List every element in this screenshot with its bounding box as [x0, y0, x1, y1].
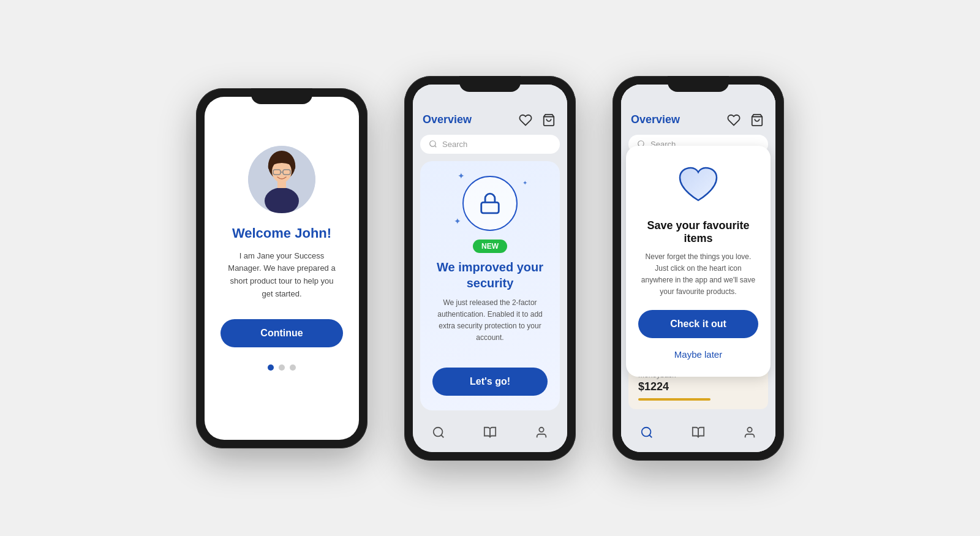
nav-search-icon-2[interactable] — [429, 423, 448, 442]
app-title-2: Overview — [423, 113, 472, 126]
security-description: We just released the 2-factor authentica… — [432, 297, 548, 344]
search-bar-2[interactable]: Search — [420, 135, 560, 154]
svg-point-20 — [747, 427, 752, 431]
new-badge: NEW — [473, 240, 507, 253]
svg-rect-11 — [481, 202, 499, 213]
lock-icon-container: ✦ ✦ ✦ — [462, 176, 518, 231]
nav-book-icon-2[interactable] — [480, 423, 500, 442]
bag-icon-3[interactable] — [748, 111, 766, 129]
header-icons-2 — [517, 111, 557, 129]
bottom-nav-3 — [621, 415, 775, 452]
security-screen: Overview — [413, 85, 567, 452]
lock-circle — [462, 176, 518, 231]
check-it-out-button[interactable]: Check it out — [638, 310, 758, 338]
app-header-2: Overview — [413, 85, 567, 135]
app-title-3: Overview — [631, 113, 680, 126]
pagination-dots — [268, 364, 296, 371]
svg-point-12 — [434, 427, 443, 436]
svg-line-10 — [435, 146, 437, 148]
svg-rect-4 — [277, 181, 286, 188]
welcome-screen: Welcome John! I am Jane your Success Man… — [205, 97, 359, 440]
phone-3-screen: Overview — [621, 85, 775, 452]
phone-notch-2 — [459, 76, 521, 92]
nav-book-icon-3[interactable] — [688, 423, 708, 442]
favourites-screen: Overview — [621, 85, 775, 452]
phone-notch-3 — [668, 76, 729, 92]
favourite-description: Never forget the things you love. Just c… — [638, 251, 758, 298]
header-icons-3 — [725, 111, 766, 129]
heart-icon[interactable] — [517, 111, 534, 129]
welcome-title: Welcome John! — [232, 225, 331, 241]
svg-line-13 — [441, 435, 443, 437]
svg-point-9 — [430, 141, 435, 146]
nav-person-icon-2[interactable] — [532, 423, 551, 442]
search-placeholder-2: Search — [442, 140, 467, 149]
sparkle-tr: ✦ — [522, 179, 527, 186]
dot-1 — [268, 364, 274, 371]
nav-search-icon-3[interactable] — [637, 423, 657, 442]
phone-1: Welcome John! I am Jane your Success Man… — [196, 88, 368, 448]
dot-2 — [279, 364, 285, 371]
svg-point-18 — [642, 427, 651, 436]
moneyback-bar — [638, 398, 710, 401]
avatar — [248, 146, 315, 213]
welcome-description: I am Jane your Success Manager. We have … — [219, 250, 344, 301]
lock-svg — [478, 192, 502, 215]
phone-2-screen: Overview — [413, 85, 567, 452]
phone-2: Overview — [404, 76, 576, 461]
favourites-overlay-card: Save your favourite items Never forget t… — [626, 146, 771, 377]
avatar-image — [248, 146, 315, 213]
lets-go-button[interactable]: Let's go! — [432, 368, 548, 396]
moneyback-value: $1224 — [638, 380, 758, 393]
sparkle-tl: ✦ — [458, 171, 465, 181]
nav-person-icon-3[interactable] — [740, 423, 760, 442]
svg-point-14 — [539, 427, 543, 431]
phone-1-screen: Welcome John! I am Jane your Success Man… — [205, 97, 359, 440]
svg-point-3 — [265, 187, 299, 213]
security-card: ✦ ✦ ✦ NEW We improved your security We j… — [420, 161, 560, 410]
security-title: We improved your security — [432, 259, 548, 291]
continue-button[interactable]: Continue — [221, 319, 343, 347]
phone-notch-1 — [251, 88, 312, 104]
favourite-title: Save your favourite items — [638, 219, 758, 245]
app-header-3: Overview — [621, 85, 775, 135]
sparkle-bl: ✦ — [454, 216, 461, 226]
svg-line-19 — [649, 435, 652, 437]
search-icon-2 — [429, 140, 437, 148]
heart-icon-large — [674, 160, 723, 209]
bag-icon[interactable] — [540, 111, 557, 129]
heart-icon-3[interactable] — [725, 111, 742, 129]
phones-container: Welcome John! I am Jane your Success Man… — [172, 51, 809, 485]
maybe-later-button[interactable]: Maybe later — [672, 347, 725, 362]
bottom-nav-2 — [413, 415, 567, 452]
dot-3 — [290, 364, 296, 371]
phone-3: Overview — [612, 76, 784, 461]
